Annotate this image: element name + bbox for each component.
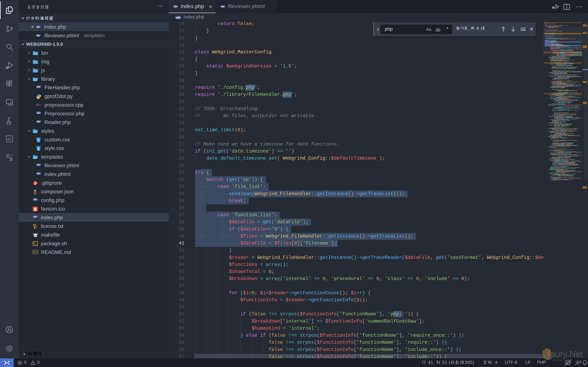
svg-text:php: php bbox=[37, 35, 40, 36]
svg-text:php: php bbox=[221, 6, 224, 7]
svg-text:php: php bbox=[37, 112, 40, 114]
svg-text:QL: QL bbox=[7, 137, 12, 141]
svg-text:php: php bbox=[174, 6, 177, 7]
svg-text:php: php bbox=[37, 26, 40, 28]
svg-text:aury.Net: aury.Net bbox=[550, 349, 583, 359]
svg-text:C: C bbox=[36, 103, 39, 107]
svg-text:php: php bbox=[176, 16, 180, 19]
svg-text:3: 3 bbox=[38, 147, 39, 150]
svg-text:php: php bbox=[37, 121, 40, 122]
svg-text:++: ++ bbox=[39, 103, 42, 106]
svg-text:php: php bbox=[37, 164, 40, 166]
svg-text:php: php bbox=[37, 86, 40, 88]
svg-text:php: php bbox=[37, 173, 40, 174]
svg-text:php: php bbox=[34, 199, 37, 200]
svg-text:php: php bbox=[34, 216, 37, 217]
svg-text:3: 3 bbox=[38, 139, 39, 142]
